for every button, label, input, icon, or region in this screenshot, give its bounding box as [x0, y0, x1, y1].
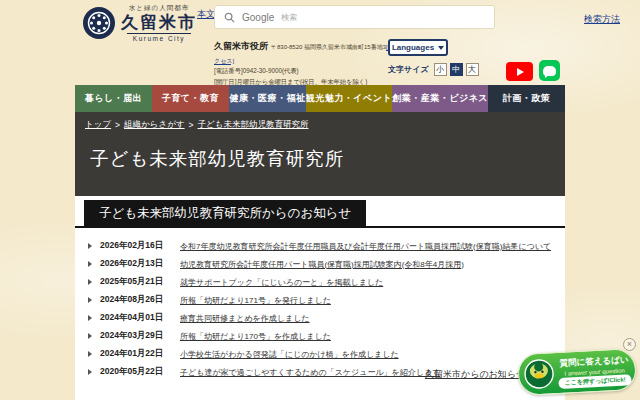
chatbot-open-button[interactable]: 質問に答えるばい I answer your question ここを押すっば!… [517, 348, 637, 396]
logo-city-name-en: Kurume City [127, 33, 191, 42]
logo-tagline: 水と緑の人間都市 [129, 4, 189, 13]
nav-tab[interactable]: 創業・産業・ビジネス [392, 85, 488, 112]
office-address: 〒830-8520 福岡県久留米市城南町15番地3 [271, 44, 386, 50]
news-date: 2024年03月29日 [100, 330, 168, 342]
font-size-option-小[interactable]: 小 [434, 63, 447, 76]
news-link[interactable]: 所報「幼研だより170号」を作成しました [180, 331, 331, 342]
logo-city-name: 久留米市 [121, 13, 197, 33]
news-row[interactable]: 2026年02月13日 幼児教育研究所会計年度任用パート職員(保育職)採用試験案… [88, 255, 557, 273]
close-icon[interactable]: × [623, 338, 636, 351]
chevron-right-icon [88, 261, 100, 267]
news-date: 2024年08月26日 [100, 294, 168, 306]
search-input[interactable]: Google 検索 [214, 5, 495, 29]
page-title: 子ども未来部幼児教育研究所 [90, 146, 344, 171]
news-link[interactable]: 子ども達が家で過ごしやすくするための「スケジュール」を紹介します [180, 367, 440, 378]
chevron-right-icon [88, 243, 100, 249]
font-size-option-大[interactable]: 大 [466, 63, 479, 76]
news-date: 2025年05月21日 [100, 276, 168, 288]
chevron-down-icon [438, 46, 444, 50]
nav-tab[interactable]: 暮らし・届出 [75, 85, 152, 112]
kappa-mascot-icon [523, 358, 555, 390]
breadcrumb: トップ>組織からさがす>子ども未来部幼児教育研究所 [85, 119, 308, 131]
news-date: 2020年05月22日 [100, 366, 168, 378]
chevron-right-icon [88, 279, 100, 285]
news-link[interactable]: 幼児教育研究所会計年度任用パート職員(保育職)採用試験案内(令和8年4月採用) [180, 259, 464, 270]
line-icon[interactable] [539, 60, 560, 81]
news-row[interactable]: 2024年08月26日 所報「幼研だより171号」を発行しました [88, 291, 557, 309]
news-list: 2026年02月16日 令和7年度幼児教育研究所会計年度任用職員及び会計年度任用… [75, 228, 565, 381]
chevron-right-icon [88, 351, 100, 357]
languages-button[interactable]: Languages [388, 39, 448, 56]
office-name: 久留米市役所 [214, 41, 268, 51]
search-help-link[interactable]: 検索方法 [584, 13, 620, 26]
chevron-right-icon [88, 297, 100, 303]
search-placeholder: 検索 [281, 12, 297, 23]
news-row[interactable]: 2025年05月21日 就学サポートブック「にじいろのーと」を掲載しました [88, 273, 557, 291]
news-link[interactable]: 所報「幼研だより171号」を発行しました [180, 295, 331, 306]
search-icon [224, 12, 235, 23]
news-row[interactable]: 2024年01月22日 小学校生活がわかる啓発誌「にじのかけ橋」を作成しました [88, 345, 557, 363]
nav-tab[interactable]: 観光魅力・イベント [306, 85, 392, 112]
main-nav: 暮らし・届出子育て・教育健康・医療・福祉観光魅力・イベント創業・産業・ビジネス計… [75, 85, 565, 112]
news-link[interactable]: 就学サポートブック「にじいろのーと」を掲載しました [180, 277, 383, 288]
city-news-link[interactable]: 久留米市からのお知らせ [425, 368, 525, 381]
chevron-right-icon [88, 315, 100, 321]
breadcrumb-link[interactable]: トップ [85, 119, 111, 131]
chatbot-widget: × 質問に答えるばい I answer your question ここを押すっ… [516, 338, 640, 398]
breadcrumb-separator: > [189, 120, 194, 130]
news-row[interactable]: 2026年02月16日 令和7年度幼児教育研究所会計年度任用職員及び会計年度任用… [88, 237, 557, 255]
nav-tab[interactable]: 健康・医療・福祉 [229, 85, 306, 112]
kurume-city-emblem-icon [82, 6, 116, 40]
youtube-icon[interactable] [506, 62, 533, 81]
font-size-control: 文字サイズ 小中大 [388, 63, 479, 76]
news-section-header-row: 子ども未来部幼児教育研究所からのお知らせ [75, 200, 565, 228]
search-brand-label: Google [242, 12, 274, 23]
languages-label: Languages [392, 43, 434, 52]
font-size-options: 小中大 [434, 63, 479, 76]
news-date: 2024年01月22日 [100, 348, 168, 360]
news-link[interactable]: 令和7年度幼児教育研究所会計年度任用職員及び会計年度任用パート職員採用試験(保育… [180, 241, 551, 252]
font-size-option-中[interactable]: 中 [450, 63, 463, 76]
news-date: 2024年04月01日 [100, 312, 168, 324]
news-link[interactable]: 療育共同研修まとめを作成しました [180, 313, 310, 324]
font-size-label: 文字サイズ [388, 64, 429, 75]
nav-tab[interactable]: 計画・政策 [488, 85, 565, 112]
main-content: 子ども未来部幼児教育研究所からのお知らせ 2026年02月16日 令和7年度幼児… [75, 196, 565, 400]
page-header-band: トップ>組織からさがす>子ども未来部幼児教育研究所 子ども未来部幼児教育研究所 [75, 112, 565, 196]
breadcrumb-link[interactable]: 組織からさがす [124, 119, 185, 131]
news-section-heading: 子ども未来部幼児教育研究所からのお知らせ [84, 200, 366, 226]
news-date: 2026年02月13日 [100, 258, 168, 270]
news-row[interactable]: 2024年04月01日 療育共同研修まとめを作成しました [88, 309, 557, 327]
site-header: 水と緑の人間都市 久留米市 Kurume City 本文へ Google 検索 … [0, 0, 640, 85]
news-link[interactable]: 小学校生活がわかる啓発誌「にじのかけ橋」を作成しました [180, 349, 399, 360]
breadcrumb-link: 子ども未来部幼児教育研究所 [198, 119, 309, 131]
news-date: 2026年02月16日 [100, 240, 168, 252]
news-row[interactable]: 2024年03月29日 所報「幼研だより170号」を作成しました [88, 327, 557, 345]
office-tel: [電話番号]0942-30-9000(代表) [214, 66, 394, 77]
chevron-right-icon [88, 333, 100, 339]
breadcrumb-separator: > [115, 120, 120, 130]
nav-tab[interactable]: 子育て・教育 [152, 85, 229, 112]
chevron-right-icon [88, 369, 100, 375]
site-logo[interactable]: 水と緑の人間都市 久留米市 Kurume City [82, 4, 197, 42]
